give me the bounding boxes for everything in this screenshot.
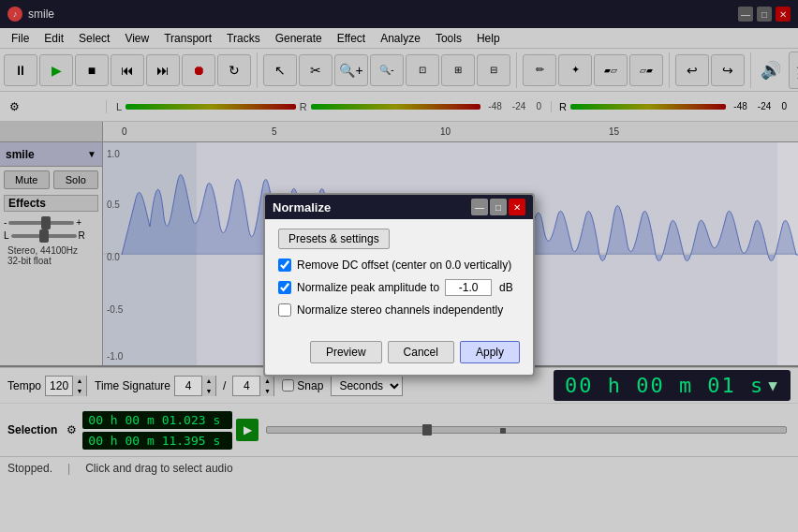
remove-dc-label: Remove DC offset (center on 0.0 vertical… — [297, 259, 511, 272]
presets-settings-button[interactable]: Presets & settings — [278, 229, 390, 249]
peak-value-input[interactable]: -1.0 — [445, 279, 492, 296]
normalize-peak-row: Normalize peak amplitude to -1.0 dB — [278, 279, 520, 296]
dialog-maximize[interactable]: □ — [490, 199, 507, 215]
normalize-stereo-row: Normalize stereo channels independently — [278, 303, 520, 317]
dialog-close[interactable]: ✕ — [509, 199, 525, 215]
normalize-dialog: Normalize — □ ✕ Presets & settings Remov… — [263, 193, 535, 377]
normalize-stereo-checkbox[interactable] — [278, 303, 291, 317]
dialog-overlay: Normalize — □ ✕ Presets & settings Remov… — [0, 0, 798, 532]
dialog-controls: — □ ✕ — [471, 199, 525, 215]
dialog-title: Normalize — [273, 200, 331, 214]
remove-dc-row: Remove DC offset (center on 0.0 vertical… — [278, 259, 520, 272]
dialog-footer: Preview Cancel Apply — [265, 333, 533, 375]
db-label: dB — [499, 281, 513, 294]
dialog-body: Presets & settings Remove DC offset (cen… — [265, 219, 533, 333]
remove-dc-checkbox[interactable] — [278, 259, 291, 272]
normalize-peak-label: Normalize peak amplitude to — [297, 281, 439, 294]
normalize-peak-checkbox[interactable] — [278, 281, 291, 294]
dialog-title-bar: Normalize — □ ✕ — [265, 195, 533, 219]
dialog-minimize[interactable]: — — [471, 199, 488, 215]
cancel-button[interactable]: Cancel — [388, 341, 454, 363]
apply-button[interactable]: Apply — [460, 341, 520, 363]
preview-button[interactable]: Preview — [310, 341, 382, 363]
normalize-stereo-label: Normalize stereo channels independently — [297, 303, 503, 317]
